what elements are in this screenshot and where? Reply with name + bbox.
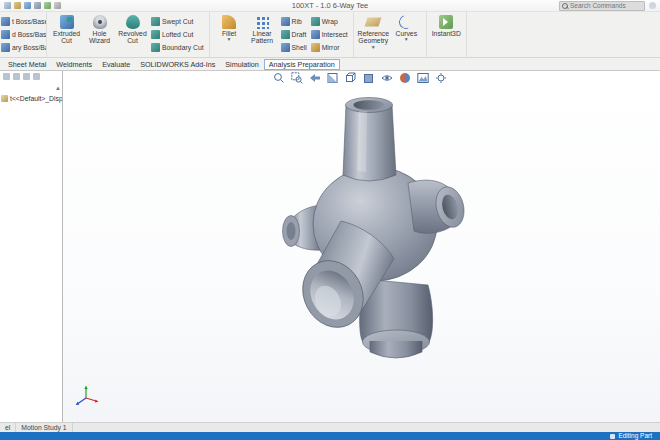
tab-analysis-preparation[interactable]: Analysis Preparation [264,59,340,70]
new-file-icon[interactable] [4,2,11,9]
graphics-viewport[interactable] [63,71,660,422]
reference-geometry-dropdown-icon[interactable]: ▼ [371,45,376,50]
extruded-cut-icon [60,15,74,29]
featuremanager-tab-icon[interactable] [3,73,10,80]
hide-show-items-icon[interactable] [382,76,392,81]
model-right-port [408,180,468,233]
intersect-icon [311,30,320,39]
editing-mode-icon [610,434,615,439]
revolved-cut-icon [126,15,140,29]
command-ribbon: t Boss/Base d Boss/Base ary Boss/Base Ex… [0,12,660,58]
search-box[interactable] [559,1,645,11]
instant3d-icon [439,15,453,29]
save-icon[interactable] [24,2,31,9]
fillet-button[interactable]: Fillet ▼ [213,13,246,56]
boundary-cut-button[interactable]: Boundary Cut [151,43,204,52]
reference-geometry-icon [365,17,382,26]
hole-wizard-button[interactable]: Hole Wizard [83,13,116,56]
wrap-button[interactable]: Wrap [311,17,348,26]
swept-boss-base-icon [1,17,10,26]
motion-study-tab[interactable]: Motion Study 1 [16,423,72,432]
part-icon [1,95,8,102]
lofted-cut-icon [151,30,160,39]
apply-scene-icon[interactable] [417,74,427,83]
fillet-dropdown-icon[interactable]: ▼ [227,37,232,42]
fillet-icon [222,15,236,29]
lofted-boss-base-button[interactable]: d Boss/Base [1,30,47,39]
status-bar: Editing Part [0,432,660,440]
title-bar: 100XT - 1.0 6-Way Tee [0,0,660,12]
zoom-to-fit-icon[interactable] [274,74,283,83]
ribbon-group-instant3d: Instant3D [427,12,467,57]
wrap-icon [311,17,320,26]
swept-boss-base-button[interactable]: t Boss/Base [1,17,47,26]
model-top-port [343,98,396,182]
model-tab[interactable]: el [0,423,16,432]
intersect-button[interactable]: Intersect [311,30,348,39]
boundary-cut-icon [151,43,160,52]
search-icon [562,3,568,9]
tree-scroll-up-icon[interactable]: ▲ [55,85,61,91]
editing-mode-label: Editing Part [618,433,652,440]
view-orientation-icon[interactable] [346,73,355,82]
window-title: 100XT - 1.0 6-Way Tee [292,1,369,10]
print-icon[interactable] [34,2,41,9]
boundary-boss-base-button[interactable]: ary Boss/Base [1,43,47,52]
lofted-boss-base-icon [1,30,10,39]
mirror-icon [311,43,320,52]
extruded-cut-button[interactable]: Extruded Cut [50,13,83,56]
dimxpert-tab-icon[interactable] [33,73,40,80]
linear-pattern-button[interactable]: Linear Pattern [246,13,279,56]
tab-weldments[interactable]: Weldments [51,59,97,70]
previous-view-icon[interactable] [310,74,320,82]
instant3d-button[interactable]: Instant3D [430,13,463,56]
view-settings-icon[interactable] [436,73,446,83]
revolved-cut-button[interactable]: Revolved Cut [116,13,149,56]
edit-appearance-icon[interactable] [400,73,410,83]
help-icon[interactable] [649,2,656,9]
document-tabs-bar: el Motion Study 1 [0,422,660,432]
main-area: t<<Default>_Display Sta ▲ [0,71,660,422]
ribbon-group-cut: Extruded Cut Hole Wizard Revolved Cut Sw… [47,12,210,57]
options-icon[interactable] [54,2,61,9]
panel-tab-icons [0,71,62,82]
shell-icon [281,43,290,52]
tab-evaluate[interactable]: Evaluate [97,59,135,70]
command-manager-tabs: Sheet Metal Weldments Evaluate SOLIDWORK… [0,58,660,71]
quick-access-toolbar [4,2,61,9]
search-input[interactable] [570,2,642,9]
draft-button[interactable]: Draft [281,30,307,39]
tab-sheet-metal[interactable]: Sheet Metal [3,59,51,70]
tab-simulation[interactable]: Simulation [220,59,264,70]
curves-icon [397,13,416,32]
heads-up-view-toolbar [273,72,451,85]
rib-button[interactable]: Rib [281,17,307,26]
configurationmanager-tab-icon[interactable] [23,73,30,80]
boundary-boss-base-icon [1,43,10,52]
swept-cut-button[interactable]: Swept Cut [151,17,204,26]
lofted-cut-button[interactable]: Lofted Cut [151,30,204,39]
propertymanager-tab-icon[interactable] [13,73,20,80]
display-style-icon[interactable] [364,75,374,86]
curves-button[interactable]: Curves ▼ [390,13,423,56]
draft-icon [281,30,290,39]
curves-dropdown-icon[interactable]: ▼ [404,37,409,42]
ribbon-group-boss-base: t Boss/Base d Boss/Base ary Boss/Base [0,12,47,57]
zoom-to-area-icon[interactable] [291,73,302,84]
hole-wizard-icon [93,15,107,29]
orientation-triad [73,384,101,410]
feature-tree-root[interactable]: t<<Default>_Display Sta [0,94,62,103]
mirror-button[interactable]: Mirror [311,43,348,52]
section-view-icon[interactable] [328,74,337,83]
feature-manager-panel: t<<Default>_Display Sta ▲ [0,71,63,422]
model-3d[interactable] [258,89,498,389]
shell-button[interactable]: Shell [281,43,307,52]
tab-solidworks-add-ins[interactable]: SOLIDWORKS Add-Ins [135,59,220,70]
ribbon-group-features: Fillet ▼ Linear Pattern Rib Draft Shell [210,12,354,57]
open-file-icon[interactable] [14,2,21,9]
rebuild-icon[interactable] [44,2,51,9]
reference-geometry-button[interactable]: Reference Geometry ▼ [357,13,390,56]
linear-pattern-icon [255,15,269,29]
rib-icon [281,17,290,26]
swept-cut-icon [151,17,160,26]
